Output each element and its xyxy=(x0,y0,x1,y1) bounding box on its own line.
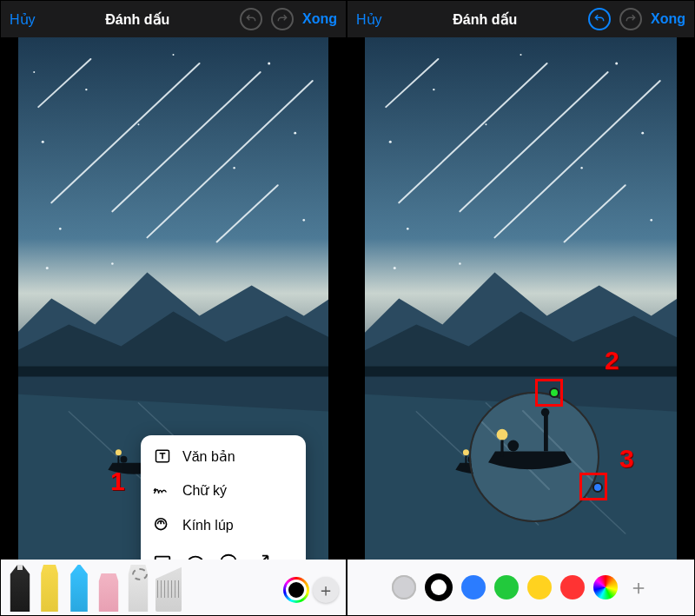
undo-button[interactable] xyxy=(588,8,611,30)
magnifier-loupe[interactable] xyxy=(469,392,599,522)
signature-icon xyxy=(153,483,172,499)
pen-tool[interactable] xyxy=(8,565,32,612)
svg-rect-61 xyxy=(544,415,548,452)
add-button[interactable]: ＋ xyxy=(313,577,339,603)
svg-point-24 xyxy=(116,449,122,455)
svg-point-42 xyxy=(407,228,409,230)
svg-point-6 xyxy=(42,141,44,143)
popup-shapes-row xyxy=(141,544,306,560)
add-shape-popup: Văn bản Chữ ký Kính lúp xyxy=(141,435,306,560)
svg-point-9 xyxy=(294,132,296,135)
svg-point-46 xyxy=(394,267,396,269)
text-icon xyxy=(153,447,172,465)
top-bar: Hủy Đánh dấu Xong xyxy=(348,1,694,37)
swatch-green[interactable] xyxy=(494,575,519,599)
magnifier-icon xyxy=(153,516,172,535)
svg-point-13 xyxy=(137,123,139,125)
svg-point-37 xyxy=(389,141,392,143)
svg-point-60 xyxy=(507,440,519,452)
svg-point-40 xyxy=(641,132,644,135)
magnified-content xyxy=(471,394,598,520)
swatch-yellow[interactable] xyxy=(527,575,552,599)
popup-item-magnifier[interactable]: Kính lúp xyxy=(141,507,306,544)
popup-label: Kính lúp xyxy=(182,518,234,533)
svg-point-44 xyxy=(485,123,486,125)
svg-point-43 xyxy=(650,219,652,222)
popup-label: Chữ ký xyxy=(182,482,227,499)
svg-point-17 xyxy=(111,262,114,265)
shape-oval-icon[interactable] xyxy=(186,553,205,560)
shape-bubble-icon[interactable] xyxy=(219,553,238,560)
canvas-left[interactable]: 1 Văn bản Chữ ký Kính lúp xyxy=(18,37,328,560)
canvas-right[interactable]: 2 3 xyxy=(365,37,677,560)
callout-1: 1 xyxy=(110,467,125,496)
color-picker-button[interactable] xyxy=(283,577,309,603)
svg-point-47 xyxy=(459,262,461,265)
marker-tool[interactable] xyxy=(37,565,62,612)
svg-point-54 xyxy=(463,449,469,455)
svg-point-62 xyxy=(541,408,550,417)
swatch-background[interactable] xyxy=(392,575,416,599)
svg-point-38 xyxy=(433,89,434,90)
highlight-box xyxy=(579,473,607,500)
svg-point-63 xyxy=(497,429,508,440)
redo-button xyxy=(619,8,642,30)
done-button[interactable]: Xong xyxy=(651,11,685,27)
svg-point-8 xyxy=(268,63,270,65)
page-title: Đánh dấu xyxy=(105,11,169,28)
callout-3: 3 xyxy=(619,444,634,474)
popup-item-signature[interactable]: Chữ ký xyxy=(141,474,306,507)
redo-button xyxy=(271,8,294,30)
add-button[interactable]: ＋ xyxy=(626,575,651,599)
svg-point-11 xyxy=(59,228,62,230)
svg-point-10 xyxy=(172,54,174,56)
svg-point-39 xyxy=(615,63,618,65)
svg-point-15 xyxy=(33,71,35,73)
page-title: Đánh dấu xyxy=(453,11,517,28)
ruler-tool[interactable] xyxy=(156,565,182,612)
popup-item-text[interactable]: Văn bản xyxy=(141,439,306,474)
svg-rect-48 xyxy=(365,367,677,379)
cancel-button[interactable]: Hủy xyxy=(356,11,382,28)
swatch-black[interactable] xyxy=(425,573,453,601)
svg-point-45 xyxy=(580,167,582,169)
callout-2: 2 xyxy=(605,346,619,375)
svg-point-12 xyxy=(302,219,305,222)
svg-point-41 xyxy=(520,54,521,56)
swatch-blue[interactable] xyxy=(461,575,486,599)
undo-button xyxy=(240,8,262,30)
popup-label: Văn bản xyxy=(182,448,235,465)
lasso-tool[interactable] xyxy=(126,565,150,612)
shape-arrow-icon[interactable] xyxy=(252,553,271,560)
toolbar-right: ＋ xyxy=(348,560,694,615)
pencil-tool[interactable] xyxy=(67,565,91,612)
svg-point-16 xyxy=(46,267,49,269)
eraser-tool[interactable] xyxy=(96,573,121,612)
cancel-button[interactable]: Hủy xyxy=(10,11,36,28)
svg-point-7 xyxy=(85,89,87,90)
top-bar: Hủy Đánh dấu Xong xyxy=(1,1,346,37)
toolbar-left: ＋ xyxy=(1,560,346,615)
shape-rect-icon[interactable] xyxy=(153,553,172,560)
svg-point-22 xyxy=(120,456,127,463)
swatch-rainbow[interactable] xyxy=(593,575,618,599)
svg-rect-18 xyxy=(18,367,328,379)
done-button[interactable]: Xong xyxy=(302,11,337,27)
highlight-box xyxy=(535,379,563,407)
swatch-red[interactable] xyxy=(560,575,585,599)
svg-point-14 xyxy=(233,167,235,169)
